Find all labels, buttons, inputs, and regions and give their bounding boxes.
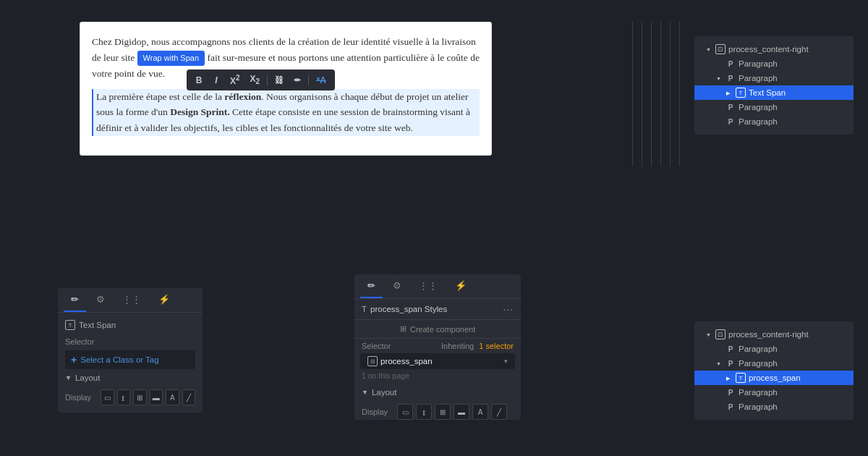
chevron-down-icon-b3 [716,360,723,367]
display-none-btn[interactable]: ╱ [182,389,196,405]
inheriting-text: Inheriting 1 selector [441,342,514,350]
display-row-left: Display ▭ ⫿ ⊞ ▬ A ╱ [65,389,195,405]
component-icon: ⊞ [400,324,407,334]
tree-panel-bottom: ⊡ process_content-right P Paragraph P Pa… [694,321,854,420]
tree-item[interactable]: ⊡ process_content-right [694,42,854,56]
tree-item-b5[interactable]: P Paragraph [694,385,854,400]
tf-icon-center: T [362,305,367,313]
panel-tabs-left: ✏ ⚙ ⋮⋮ ⚡ [58,288,203,313]
display-inline-btn[interactable]: ▬ [150,389,163,405]
center-panel-header: T process_span Styles ··· [354,299,521,320]
create-component-label: Create component [410,325,476,334]
p-icon: P [726,73,736,83]
selector-label-center: Selector [362,342,391,350]
tree-item[interactable]: P Paragraph [694,100,854,114]
layout-section-header[interactable]: ▼ Layout [65,369,195,387]
tree-item-label: Paragraph [739,74,778,83]
display-block-btn-c[interactable]: ▭ [397,404,413,420]
tab-style[interactable]: ✏ [64,288,86,312]
tree-item-b[interactable]: P Paragraph [694,342,854,356]
bracket-icon-b: ⊡ [715,329,726,339]
tree-item-label: Paragraph [739,103,778,111]
tab-settings[interactable]: ⚙ [89,288,112,312]
pen-button[interactable]: ✒ [289,74,305,87]
toolbar-separator [267,75,268,85]
on-page-count: 1 on this page [354,369,521,384]
tf-icon-b: T [736,373,746,383]
selector-value: process_span [380,357,501,366]
selector-tag-icon: ⊟ [367,356,378,366]
format-button[interactable]: ˣA [312,74,331,87]
display-text-btn[interactable]: A [166,389,179,405]
display-row-center: Display ▭ ⫿ ⊞ ▬ A ╱ [362,404,514,420]
tree-item-label: process_content-right [728,45,809,54]
chevron-down-icon: ▼ [65,374,72,381]
tree-item-b[interactable]: ⊡ process_content-right [694,327,854,342]
tab-effects-center[interactable]: ⋮⋮ [412,274,445,298]
add-selector-label: Select a Class or Tag [80,355,158,364]
tree-item[interactable]: P Paragraph [694,56,854,71]
decorative-lines [632,22,680,166]
tree-item-label-b4: process_span [749,373,801,382]
display-text-btn-c[interactable]: A [472,404,488,420]
p-icon: P [726,117,736,127]
tree-item-label-b2: Paragraph [739,345,778,353]
tab-interactions[interactable]: ⚡ [151,288,177,312]
tab-interactions-center[interactable]: ⚡ [448,274,474,298]
p-icon: P [726,102,736,112]
tree-item-label: Paragraph [739,59,778,68]
display-inline-btn-c[interactable]: ▬ [454,404,469,420]
display-grid-btn[interactable]: ⊞ [133,389,147,405]
tab-effects[interactable]: ⋮⋮ [115,288,148,312]
display-flex-btn[interactable]: ⫿ [117,389,131,405]
toolbar-separator-2 [308,75,309,85]
editor-toolbar: B I X2 X2 ⛓ ✒ ˣA [187,69,335,90]
layout-label-center: Layout [372,388,397,397]
p-icon: P [726,59,736,69]
display-block-btn[interactable]: ▭ [101,389,114,405]
display-none-btn-c[interactable]: ╱ [491,404,507,420]
dropdown-arrow-icon[interactable]: ▾ [504,358,508,365]
panel-name-center: process_span Styles [370,305,447,313]
create-component-button[interactable]: ⊞ Create component [354,320,521,339]
tree-item-selected-b[interactable]: T process_span [694,371,854,385]
p-icon-b2: P [726,344,736,354]
tab-settings-center[interactable]: ⚙ [386,274,409,298]
italic-button[interactable]: I [208,74,224,87]
layout-section-header-center[interactable]: ▼ Layout [362,384,514,401]
display-flex-btn-c[interactable]: ⫿ [416,404,432,420]
tree-item-label-b: process_content-right [728,330,809,339]
wrap-with-span-button[interactable]: Wrap with Span [137,51,205,67]
subscript-button[interactable]: X2 [246,72,265,87]
inheriting-link[interactable]: 1 selector [479,342,514,350]
selector-label-left: Selector [65,337,195,346]
display-label-center: Display [362,408,394,416]
tree-item-b[interactable]: P Paragraph [694,356,854,371]
tree-item-b6[interactable]: P Paragraph [694,400,854,414]
tree-item[interactable]: P Paragraph [694,71,854,85]
chevron-right-icon-b [726,374,733,381]
tree-item-label-b3: Paragraph [739,359,778,368]
inheriting-row: Selector Inheriting 1 selector [354,339,521,353]
tree-item[interactable]: P Paragraph [694,114,854,129]
editor-paragraph-2: La première étape est celle de la réflex… [92,89,480,136]
display-grid-btn-c[interactable]: ⊞ [435,404,451,420]
link-button[interactable]: ⛓ [271,74,288,87]
p-icon-b3: P [726,358,736,368]
tf-icon: T [736,88,746,98]
center-panel-title: T process_span Styles [362,305,447,313]
bold-button[interactable]: B [191,74,207,87]
add-selector-button[interactable]: + Select a Class or Tag [65,350,195,369]
chevron-right-icon [726,89,733,96]
tree-item-selected[interactable]: T Text Span [694,85,854,100]
more-options-button[interactable]: ··· [503,303,514,315]
tree-item-label: Paragraph [739,117,778,126]
panel-body-left: T Text Span Selector + Select a Class or… [58,313,203,413]
display-label: Display [65,393,98,402]
selector-dropdown-row: ⊟ process_span ▾ [360,353,515,369]
tab-style-center[interactable]: ✏ [360,274,383,298]
panel-element-title: Text Span [79,321,116,329]
superscript-button[interactable]: X2 [226,72,244,88]
layout-label: Layout [75,373,101,382]
chevron-down-icon-center: ▼ [362,389,368,396]
